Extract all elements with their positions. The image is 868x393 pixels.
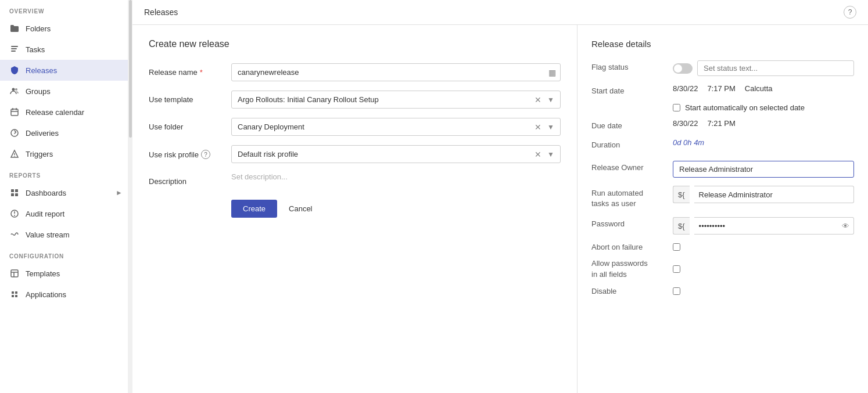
- svg-rect-16: [15, 193, 18, 196]
- sidebar-item-label-release-calendar: Release calendar: [26, 108, 123, 117]
- description-row: Description Set description...: [149, 172, 561, 186]
- password-row: Password ${ 👁: [591, 217, 854, 235]
- svg-rect-13: [11, 189, 14, 192]
- description-label: Description: [149, 172, 224, 186]
- sidebar-item-templates[interactable]: Templates: [0, 263, 132, 284]
- sidebar-item-deliveries[interactable]: Deliveries: [0, 122, 132, 143]
- release-owner-input[interactable]: [673, 161, 854, 178]
- use-folder-dropdown-icon[interactable]: ▼: [545, 122, 557, 132]
- svg-rect-23: [12, 291, 14, 294]
- sidebar-scrollbar[interactable]: [128, 0, 132, 393]
- use-template-dropdown-icon[interactable]: ▼: [545, 95, 557, 105]
- sidebar-item-audit-report[interactable]: Audit report: [0, 203, 132, 224]
- sidebar-item-dashboards[interactable]: Dashboards ►: [0, 182, 132, 203]
- use-template-value: Argo Rollouts: Initial Canary Rollout Se…: [232, 91, 532, 108]
- risk-profile-help-icon[interactable]: ?: [201, 150, 210, 159]
- sidebar-item-triggers[interactable]: Triggers: [0, 143, 132, 164]
- flag-status-label: Flag status: [591, 60, 667, 71]
- cancel-button[interactable]: Cancel: [283, 200, 318, 218]
- password-label: Password: [591, 217, 667, 228]
- sidebar-item-releases[interactable]: Releases: [0, 60, 132, 81]
- release-owner-row: Release Owner: [591, 161, 854, 178]
- svg-rect-1: [11, 48, 17, 49]
- triggers-icon: [9, 149, 20, 159]
- releases-icon: [9, 65, 20, 75]
- release-name-row: Release name * ▦: [149, 63, 561, 81]
- use-folder-clear-icon[interactable]: ✕: [532, 121, 544, 133]
- use-template-label: Use template: [149, 91, 224, 104]
- duration-wrap: 0d 0h 4m: [673, 138, 854, 147]
- tasks-icon: [9, 44, 20, 55]
- sidebar-item-label-releases: Releases: [26, 66, 123, 75]
- use-folder-value: Canary Deployment: [232, 118, 532, 135]
- start-date-label: Start date: [591, 84, 667, 95]
- sidebar-item-label-deliveries: Deliveries: [26, 129, 123, 138]
- flag-status-input[interactable]: [697, 60, 854, 76]
- sidebar-item-value-stream[interactable]: Value stream: [0, 224, 132, 245]
- start-auto-checkbox[interactable]: [673, 104, 680, 111]
- abort-section: Abort on failure Allow passwords in all …: [591, 243, 854, 295]
- password-wrap: ${ 👁: [673, 217, 854, 235]
- form-panel: Create new release Release name * ▦ Use …: [132, 25, 578, 393]
- svg-rect-20: [11, 270, 18, 277]
- sidebar-item-folders[interactable]: Folders: [0, 18, 132, 39]
- start-auto-row: Start automatically on selected date: [673, 103, 854, 112]
- due-date-wrap: 8/30/22 7:21 PM: [673, 119, 854, 128]
- use-template-clear-icon[interactable]: ✕: [532, 94, 544, 106]
- dashboards-icon: [9, 188, 20, 198]
- clipboard-icon: ▦: [548, 68, 556, 77]
- flag-status-toggle[interactable]: [673, 63, 693, 74]
- use-risk-profile-clear-icon[interactable]: ✕: [532, 149, 544, 160]
- use-template-actions: ✕ ▼: [532, 94, 560, 106]
- prefix-symbol: ${: [678, 190, 685, 199]
- eye-icon[interactable]: 👁: [842, 222, 849, 230]
- release-name-input[interactable]: [231, 63, 561, 81]
- use-folder-label: Use folder: [149, 118, 224, 131]
- allow-passwords-checkbox[interactable]: [673, 265, 680, 273]
- description-placeholder[interactable]: Set description...: [231, 168, 288, 181]
- duration-label: Duration: [591, 138, 667, 149]
- use-folder-actions: ✕ ▼: [532, 121, 560, 133]
- password-prefix-symbol: ${: [678, 222, 685, 230]
- sidebar-section-reports: REPORTS: [0, 164, 132, 182]
- disable-checkbox[interactable]: [673, 287, 680, 295]
- use-folder-select[interactable]: Canary Deployment ✕ ▼: [231, 118, 561, 136]
- use-risk-profile-row: Use risk profile ? Default risk profile …: [149, 145, 561, 163]
- create-button[interactable]: Create: [231, 200, 277, 218]
- duration-value: 0d 0h 4m: [673, 138, 704, 147]
- svg-rect-2: [11, 51, 16, 52]
- release-owner-wrap: [673, 161, 854, 178]
- sidebar-item-groups[interactable]: Groups: [0, 81, 132, 102]
- help-icon[interactable]: ?: [844, 6, 856, 19]
- use-risk-profile-dropdown-icon[interactable]: ▼: [545, 149, 557, 160]
- sidebar-item-applications[interactable]: Applications: [0, 284, 132, 305]
- due-date-values: 8/30/22 7:21 PM: [673, 119, 736, 128]
- use-risk-profile-actions: ✕ ▼: [532, 149, 560, 160]
- start-date-values: 8/30/22 7:17 PM Calcutta: [673, 84, 773, 93]
- use-risk-profile-select[interactable]: Default risk profile ✕ ▼: [231, 145, 561, 163]
- use-risk-profile-label: Use risk profile ?: [149, 145, 224, 159]
- run-automated-input[interactable]: [694, 186, 854, 203]
- page-title: Releases: [144, 8, 178, 17]
- sidebar-item-label-groups: Groups: [26, 87, 123, 96]
- password-prefix: ${: [673, 217, 690, 235]
- flag-status-row: Flag status: [591, 60, 854, 76]
- applications-icon: [9, 289, 20, 300]
- sidebar-item-release-calendar[interactable]: Release calendar: [0, 102, 132, 122]
- stream-icon: [9, 229, 20, 240]
- top-bar: Releases ?: [132, 0, 868, 25]
- password-input[interactable]: [694, 217, 854, 235]
- svg-point-4: [15, 88, 17, 91]
- start-date-date: 8/30/22: [673, 84, 698, 93]
- folder-icon: [9, 23, 20, 34]
- run-automated-label: Run automated tasks as user: [591, 186, 667, 209]
- svg-rect-25: [12, 295, 14, 297]
- use-template-select[interactable]: Argo Rollouts: Initial Canary Rollout Se…: [231, 91, 561, 109]
- abort-checkbox[interactable]: [673, 243, 680, 251]
- main-content: Releases ? Create new release Release na…: [132, 0, 868, 393]
- flag-status-wrap: [673, 60, 854, 76]
- sidebar-item-label-value-stream: Value stream: [26, 230, 123, 239]
- sidebar-item-tasks[interactable]: Tasks: [0, 39, 132, 60]
- sidebar-item-label-applications: Applications: [26, 290, 123, 299]
- svg-point-12: [14, 156, 15, 157]
